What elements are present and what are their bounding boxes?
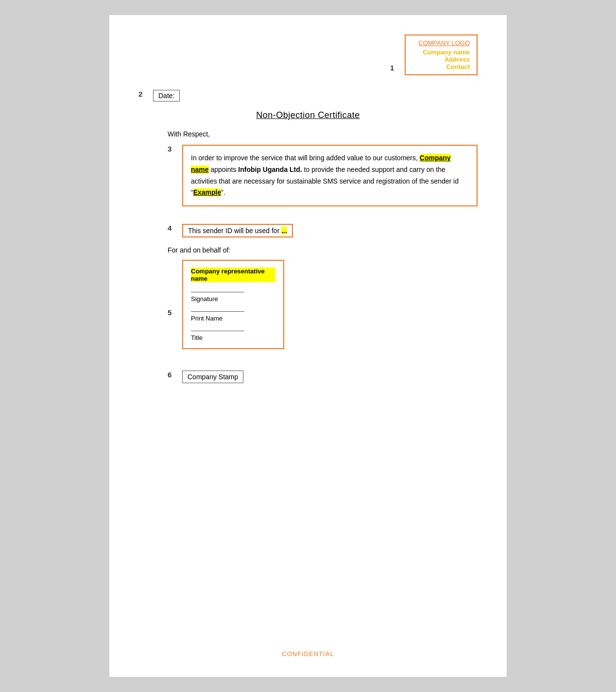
company-rep-name: Company representative name — [191, 268, 275, 282]
step-6-label: 6 — [168, 371, 177, 379]
date-row: 2 Date: — [138, 90, 478, 101]
signature-line-2 — [191, 311, 244, 312]
sender-id-box: This sender ID will be used for ... — [182, 224, 293, 237]
signature-label: Signature — [191, 295, 275, 303]
body-paragraph-box: In order to improve the service that wil… — [182, 145, 478, 206]
content-area: With Respect, 3 In order to improve the … — [168, 130, 478, 383]
step-1-label: 1 — [390, 64, 400, 75]
header-section: 1 COMPANY LOGO Company name Address Cont… — [138, 34, 478, 75]
step-2-label: 2 — [138, 90, 148, 98]
document-page: 1 COMPANY LOGO Company name Address Cont… — [109, 15, 507, 677]
greeting-text: With Respect, — [168, 130, 478, 138]
signature-line-1 — [191, 292, 244, 292]
confidential-footer: CONFIDENTIAL — [109, 650, 507, 658]
address-label: Address — [412, 56, 470, 63]
body-text-end: ”. — [221, 188, 225, 196]
infobip-name: Infobip Uganda Ltd. — [238, 166, 302, 173]
sender-id-ellipsis: ... — [281, 227, 287, 235]
sender-id-text: This sender ID will be used for — [188, 227, 279, 235]
sender-id-row: 4 This sender ID will be used for ... — [168, 224, 478, 237]
contact-label: Contact — [412, 63, 470, 70]
title-section: Non-Objection Certificate — [138, 110, 478, 120]
signature-row: 5 Company representative name Signature … — [168, 260, 478, 361]
confidential-text: CONFIDENTIAL — [282, 650, 334, 658]
step-5-label: 5 — [168, 308, 177, 317]
example-highlight: Example — [193, 188, 222, 196]
behalf-text: For and on behalf of: — [168, 246, 478, 254]
title-label: Title — [191, 334, 275, 341]
date-box: Date: — [153, 90, 180, 101]
signature-line-3 — [191, 331, 244, 331]
signature-box: Company representative name Signature Pr… — [182, 260, 284, 349]
stamp-row: 6 Company Stamp — [168, 371, 478, 383]
date-text: Date: — [158, 92, 174, 100]
step-4-label: 4 — [168, 224, 177, 232]
stamp-text: Company Stamp — [188, 373, 238, 381]
company-name-label: Company name — [412, 49, 470, 56]
body-paragraph-row: 3 In order to improve the service that w… — [168, 145, 478, 215]
body-appoints: appoints — [210, 166, 236, 173]
body-text-before: In order to improve the service that wil… — [191, 154, 418, 162]
print-name-label: Print Name — [191, 315, 275, 322]
company-logo-box: COMPANY LOGO Company name Address Contac… — [405, 34, 478, 75]
step-3-label: 3 — [168, 145, 177, 153]
company-stamp-box: Company Stamp — [182, 371, 243, 383]
document-title: Non-Objection Certificate — [138, 110, 478, 120]
company-logo-text: COMPANY LOGO — [412, 39, 470, 47]
